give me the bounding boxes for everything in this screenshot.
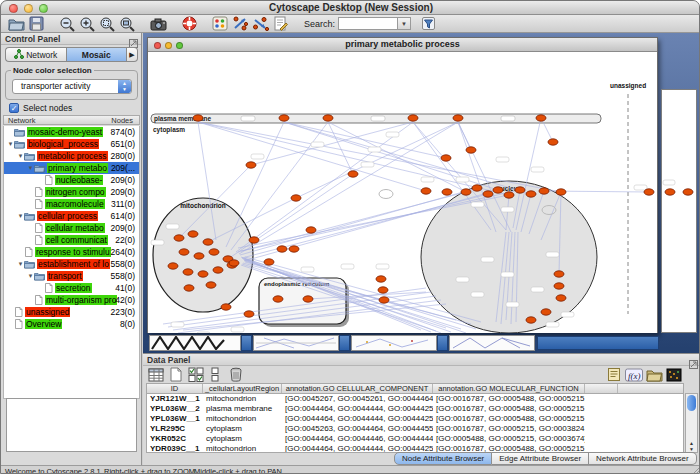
- table-column-header[interactable]: ID: [147, 384, 203, 393]
- background-window-fragment[interactable]: [661, 89, 697, 333]
- network-node[interactable]: [665, 189, 675, 195]
- unselect-attributes-icon[interactable]: [207, 366, 225, 383]
- expand-triangle-icon[interactable]: ▾: [17, 260, 24, 268]
- tree-row[interactable]: multi-organism pro42(0): [4, 294, 139, 306]
- vizmapper-icon[interactable]: [211, 15, 229, 32]
- network-node[interactable]: [556, 295, 566, 301]
- network-node[interactable]: [504, 192, 514, 198]
- window-fragment-titlebar[interactable]: [537, 336, 659, 350]
- network-node[interactable]: [421, 188, 431, 194]
- network-view-window[interactable]: primary metabolic process plasma membran…: [147, 37, 658, 333]
- tree-row[interactable]: cellular metabo209(0): [4, 222, 139, 234]
- edit-attribute-icon[interactable]: [605, 366, 623, 383]
- tree-row[interactable]: unassigned223(0): [4, 306, 139, 318]
- save-icon[interactable]: [27, 15, 45, 32]
- network-node[interactable]: [548, 139, 558, 145]
- network-node[interactable]: [203, 239, 213, 245]
- network-overlay-b-icon[interactable]: [251, 15, 269, 32]
- network-node[interactable]: [378, 287, 388, 293]
- network-node[interactable]: [493, 187, 503, 193]
- matrix-icon[interactable]: [665, 366, 683, 383]
- network-node[interactable]: [249, 237, 259, 243]
- network-node[interactable]: [466, 147, 476, 153]
- network-node[interactable]: [174, 235, 184, 241]
- network-node[interactable]: [442, 189, 452, 195]
- table-row[interactable]: YLR295Ccytoplasm[GO:0045263, GO:0044464,…: [147, 424, 683, 434]
- network-node[interactable]: [483, 191, 493, 197]
- network-node[interactable]: [376, 276, 386, 282]
- network-node[interactable]: [183, 269, 193, 275]
- tree-row[interactable]: ▾transport558(0): [4, 270, 139, 282]
- network-node[interactable]: [441, 155, 451, 161]
- tab-network[interactable]: Network: [5, 47, 66, 62]
- network-node[interactable]: [246, 162, 256, 168]
- scrollbar-arrows[interactable]: ▲▼: [686, 440, 697, 452]
- network-node[interactable]: [408, 115, 418, 121]
- tree-row[interactable]: Overview8(0): [4, 318, 139, 330]
- tab-network-attribute-browser[interactable]: Network Attribute Browser: [589, 452, 696, 465]
- attribute-table-icon[interactable]: [147, 366, 165, 383]
- table-row[interactable]: YPL036W__2plasma membrane[GO:0044464, GO…: [147, 404, 683, 414]
- search-input[interactable]: [338, 17, 398, 30]
- network-node[interactable]: [193, 115, 203, 121]
- network-node[interactable]: [526, 317, 536, 323]
- expand-triangle-icon[interactable]: ▾: [17, 152, 24, 160]
- network-node[interactable]: [221, 304, 231, 310]
- window-fragment-titlebar[interactable]: [339, 335, 350, 351]
- network-node[interactable]: [168, 263, 178, 269]
- select-nodes-checkbox[interactable]: ✓: [9, 103, 19, 113]
- network-node[interactable]: [273, 296, 283, 302]
- network-node[interactable]: [209, 249, 219, 255]
- table-column-header[interactable]: annotation.GO MOLECULAR_FUNCTION: [433, 384, 585, 393]
- expand-triangle-icon[interactable]: ▾: [17, 212, 24, 220]
- network-node[interactable]: [683, 189, 693, 195]
- delete-attribute-icon[interactable]: [227, 366, 245, 383]
- network-node[interactable]: [554, 283, 564, 289]
- zoom-out-icon[interactable]: [58, 15, 76, 32]
- network-canvas[interactable]: plasma membranecytoplasmmitochondrionnuc…: [148, 52, 657, 333]
- network-node[interactable]: [206, 282, 216, 288]
- tree-row[interactable]: ▾cellular process614(0): [4, 210, 139, 222]
- network-node[interactable]: [306, 227, 316, 233]
- network-node[interactable]: [323, 115, 333, 121]
- network-node[interactable]: [188, 231, 198, 237]
- tree-row[interactable]: secretion41(0): [4, 282, 139, 294]
- network-node[interactable]: [348, 171, 358, 177]
- filter-icon[interactable]: [419, 15, 437, 32]
- window-fragment[interactable]: [449, 335, 535, 351]
- table-scrollbar[interactable]: ▲▼: [685, 393, 698, 453]
- network-node[interactable]: [554, 271, 564, 277]
- network-node[interactable]: [277, 246, 287, 252]
- table-row[interactable]: YKR052Ccytoplasm[GO:0044464, GO:0044446,…: [147, 434, 683, 444]
- network-node[interactable]: [461, 189, 471, 195]
- new-attribute-icon[interactable]: [167, 366, 185, 383]
- expand-triangle-icon[interactable]: ▾: [27, 272, 34, 280]
- table-column-header[interactable]: _cellularLayoutRegion: [203, 384, 282, 393]
- birds-eye-view[interactable]: [6, 398, 137, 452]
- table-column-header[interactable]: [585, 384, 618, 393]
- import-attributes-icon[interactable]: [645, 366, 663, 383]
- network-node[interactable]: [198, 271, 208, 277]
- scrollbar-thumb[interactable]: [687, 395, 696, 411]
- network-node[interactable]: [541, 309, 551, 315]
- open-icon[interactable]: [7, 15, 25, 32]
- tree-row[interactable]: nitrogen compo209(0): [4, 186, 139, 198]
- network-node[interactable]: [556, 189, 566, 195]
- zoom-fit-icon[interactable]: [118, 15, 136, 32]
- network-overlay-a-icon[interactable]: [231, 15, 249, 32]
- window-titlebar[interactable]: Cytoscape Desktop (New Session): [1, 1, 700, 15]
- network-node[interactable]: [472, 185, 482, 191]
- search-dropdown-icon[interactable]: ▼: [398, 17, 411, 30]
- network-node[interactable]: [184, 285, 194, 291]
- network-node[interactable]: [644, 189, 654, 195]
- network-window-titlebar[interactable]: primary metabolic process: [148, 38, 657, 52]
- network-node[interactable]: [303, 296, 313, 302]
- expand-triangle-icon[interactable]: ▾: [27, 164, 34, 172]
- network-node[interactable]: [194, 253, 204, 259]
- network-node[interactable]: [264, 259, 274, 265]
- window-fragment[interactable]: [351, 335, 437, 351]
- expand-triangle-icon[interactable]: ▾: [7, 140, 14, 148]
- network-node[interactable]: [289, 246, 299, 252]
- network-node[interactable]: [539, 188, 549, 194]
- network-node[interactable]: [213, 267, 223, 273]
